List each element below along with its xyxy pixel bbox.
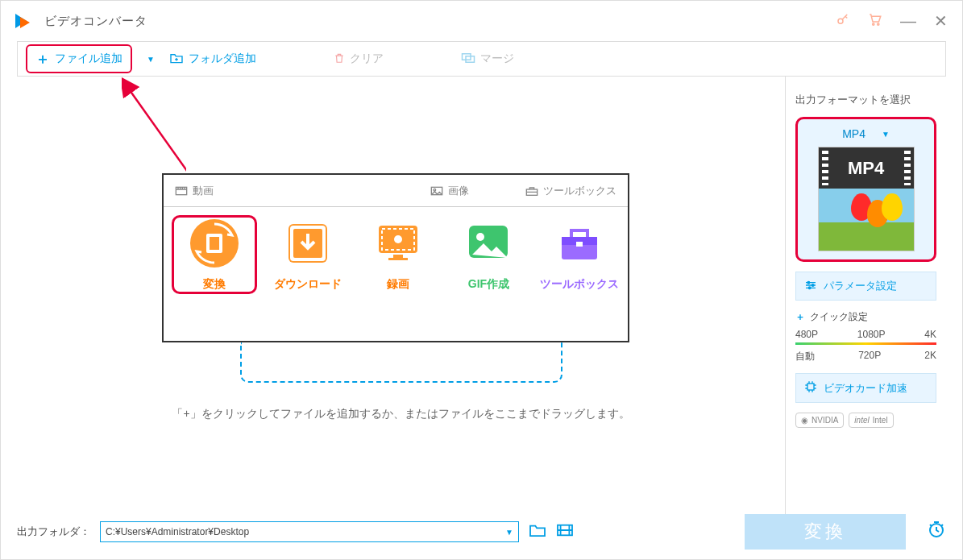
card-download[interactable]: ダウンロード bbox=[267, 215, 347, 294]
res-720p[interactable]: 720P bbox=[858, 350, 881, 363]
merge-icon bbox=[461, 52, 475, 66]
res-1080p[interactable]: 1080P bbox=[857, 329, 886, 340]
center-pane[interactable]: 動画 画像 ツールボックス 変換 bbox=[17, 77, 785, 528]
svg-rect-20 bbox=[393, 255, 403, 258]
panel-tabs: 動画 画像 ツールボックス bbox=[164, 175, 628, 207]
trash-icon bbox=[334, 52, 345, 67]
nvidia-label: NVIDIA bbox=[811, 416, 838, 425]
res-4k[interactable]: 4K bbox=[924, 329, 936, 340]
svg-point-2 bbox=[878, 23, 879, 24]
tab-video-label: 動画 bbox=[193, 184, 214, 198]
card-record[interactable]: 録画 bbox=[358, 215, 438, 294]
annotation-arrow-icon bbox=[122, 77, 186, 197]
add-file-button[interactable]: ＋ ファイル追加 bbox=[26, 44, 132, 73]
res-2k[interactable]: 2K bbox=[924, 350, 936, 363]
clear-label: クリア bbox=[350, 52, 384, 66]
add-file-label: ファイル追加 bbox=[55, 52, 122, 66]
sidebar: 出力フォーマットを選択 MP4 ▼ MP4 パラメータ設定 bbox=[785, 77, 946, 528]
format-thumb-label: MP4 bbox=[819, 147, 914, 189]
convert-button[interactable]: 変換 bbox=[745, 514, 906, 550]
convert-button-label: 変換 bbox=[804, 520, 846, 544]
format-label: MP4 bbox=[842, 127, 865, 140]
format-thumbnail: MP4 bbox=[818, 147, 915, 251]
main-area: 動画 画像 ツールボックス 変換 bbox=[17, 77, 946, 528]
add-folder-label: フォルダ追加 bbox=[189, 52, 256, 66]
tab-image-label: 画像 bbox=[448, 184, 469, 198]
add-file-dropdown-icon[interactable]: ▼ bbox=[147, 55, 155, 64]
download-icon bbox=[282, 218, 334, 269]
plus-icon: ＋ bbox=[35, 49, 50, 68]
nvidia-chip[interactable]: ◉ NVIDIA bbox=[795, 413, 844, 428]
resolution-slider[interactable] bbox=[795, 342, 936, 345]
quick-settings: ＋ クイック設定 480P 1080P 4K 自動 720P 2K bbox=[795, 310, 936, 363]
quick-resolution-bottom: 自動 720P 2K bbox=[795, 350, 936, 363]
app-title: ビデオコンバータ bbox=[44, 14, 147, 29]
tab-image[interactable]: 画像 bbox=[430, 184, 469, 198]
minimize-icon[interactable]: — bbox=[900, 12, 916, 31]
card-gif[interactable]: GIF作成 bbox=[448, 215, 529, 294]
svg-point-7 bbox=[434, 189, 436, 191]
open-folder-icon[interactable] bbox=[529, 523, 546, 541]
format-thumb-image bbox=[819, 189, 914, 251]
sidebar-title: 出力フォーマットを選択 bbox=[795, 93, 936, 107]
gif-icon bbox=[463, 218, 514, 269]
intel-chip[interactable]: intel Intel bbox=[849, 413, 893, 428]
add-folder-button[interactable]: フォルダ追加 bbox=[169, 52, 256, 66]
bottombar: 出力フォルダ： C:¥Users¥Administrator¥Desktop ▼… bbox=[17, 514, 946, 550]
quick-title: クイック設定 bbox=[810, 310, 868, 324]
quick-resolution-top: 480P 1080P 4K bbox=[795, 329, 936, 340]
balloon-icon bbox=[882, 193, 903, 221]
sliders-icon bbox=[804, 280, 817, 293]
merge-label: マージ bbox=[480, 52, 514, 66]
cart-icon[interactable] bbox=[868, 12, 882, 31]
format-header: MP4 ▼ bbox=[806, 127, 926, 140]
clock-icon[interactable] bbox=[927, 520, 946, 544]
toolbox-icon bbox=[525, 185, 538, 197]
key-icon[interactable] bbox=[836, 12, 850, 31]
intel-label: Intel bbox=[873, 416, 888, 425]
record-icon bbox=[372, 218, 424, 269]
drop-hint-text: 「+」をクリックしてファイルを追加するか、またはファイルをここまでドラッグします… bbox=[162, 407, 640, 421]
card-convert-label: 変換 bbox=[203, 277, 226, 292]
card-convert[interactable]: 変換 bbox=[172, 215, 257, 294]
chevron-down-icon[interactable]: ▼ bbox=[505, 528, 513, 537]
app-logo-icon bbox=[15, 10, 36, 31]
chevron-down-icon[interactable]: ▼ bbox=[882, 130, 890, 139]
svg-rect-21 bbox=[388, 258, 408, 260]
res-480p[interactable]: 480P bbox=[795, 329, 818, 340]
chip-icon bbox=[804, 380, 817, 396]
gpu-vendors: ◉ NVIDIA intel Intel bbox=[795, 413, 936, 428]
svg-point-1 bbox=[873, 23, 874, 24]
svg-point-27 bbox=[807, 281, 810, 284]
svg-point-19 bbox=[394, 235, 402, 243]
svg-rect-30 bbox=[807, 384, 814, 390]
output-folder-path: C:¥Users¥Administrator¥Desktop bbox=[106, 526, 249, 537]
svg-point-15 bbox=[293, 226, 297, 229]
clear-button[interactable]: クリア bbox=[334, 52, 384, 67]
card-toolbox[interactable]: ツールボックス bbox=[539, 215, 620, 294]
tab-toolbox-label: ツールボックス bbox=[543, 184, 616, 198]
gpu-accel-button[interactable]: ビデオカード加速 bbox=[795, 373, 936, 403]
output-folder-input[interactable]: C:¥Users¥Administrator¥Desktop ▼ bbox=[100, 521, 519, 542]
svg-point-28 bbox=[811, 284, 814, 286]
card-download-label: ダウンロード bbox=[274, 277, 342, 292]
param-settings-button[interactable]: パラメータ設定 bbox=[795, 272, 936, 301]
svg-rect-26 bbox=[576, 242, 583, 247]
eye-icon: ◉ bbox=[801, 416, 808, 425]
toolbar: ＋ ファイル追加 ▼ フォルダ追加 クリア マージ bbox=[17, 41, 946, 77]
toolbox-card-icon bbox=[554, 218, 605, 269]
svg-point-16 bbox=[300, 226, 303, 229]
res-auto[interactable]: 自動 bbox=[795, 350, 815, 363]
drop-hint-connector bbox=[240, 342, 562, 383]
tab-toolbox[interactable]: ツールボックス bbox=[525, 184, 616, 198]
feature-cards: 変換 ダウンロード 録画 bbox=[164, 207, 628, 302]
svg-point-29 bbox=[808, 287, 811, 289]
merge-button[interactable]: マージ bbox=[461, 52, 514, 66]
format-selector[interactable]: MP4 ▼ MP4 bbox=[795, 117, 936, 262]
plus-small-icon: ＋ bbox=[795, 310, 805, 324]
film-folder-icon[interactable] bbox=[556, 523, 574, 541]
close-icon[interactable]: ✕ bbox=[934, 11, 948, 31]
feature-panel: 動画 画像 ツールボックス 変換 bbox=[162, 173, 629, 342]
card-gif-label: GIF作成 bbox=[468, 277, 509, 292]
card-toolbox-label: ツールボックス bbox=[540, 277, 619, 292]
